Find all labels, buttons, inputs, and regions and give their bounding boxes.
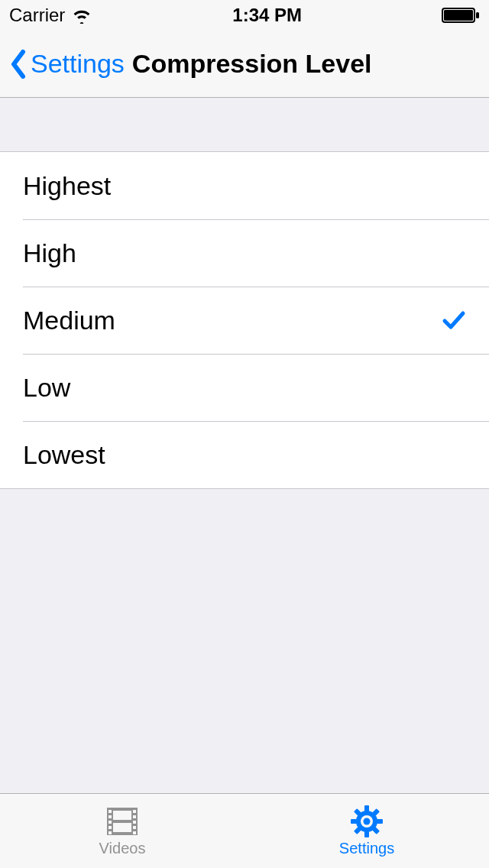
checkmark-icon (442, 309, 466, 331)
svg-rect-19 (377, 819, 383, 824)
svg-rect-11 (133, 810, 136, 813)
svg-rect-4 (113, 811, 131, 820)
page-title: Compression Level (132, 49, 372, 79)
option-label: Medium (23, 306, 115, 335)
svg-rect-15 (133, 831, 136, 834)
tab-label: Videos (99, 840, 146, 857)
wifi-icon (71, 7, 92, 24)
option-label: Low (23, 373, 70, 403)
option-label: Lowest (23, 440, 105, 470)
svg-rect-12 (133, 815, 136, 818)
option-medium[interactable]: Medium (0, 287, 489, 354)
svg-point-26 (364, 818, 371, 825)
content-area: Highest High Medium Low Lowest (0, 98, 489, 793)
option-label: High (23, 238, 76, 268)
film-icon (104, 805, 141, 838)
svg-rect-16 (364, 805, 369, 811)
svg-rect-2 (476, 12, 479, 18)
options-list: Highest High Medium Low Lowest (0, 151, 489, 489)
option-label: Highest (23, 171, 111, 201)
svg-rect-10 (108, 831, 112, 834)
back-label: Settings (31, 49, 125, 79)
back-button[interactable]: Settings (9, 49, 125, 79)
section-spacer (0, 98, 489, 151)
status-bar: Carrier 1:34 PM (0, 0, 489, 31)
battery-icon (442, 7, 480, 24)
navigation-bar: Settings Compression Level (0, 31, 489, 98)
svg-rect-9 (108, 826, 112, 829)
svg-rect-18 (351, 819, 357, 824)
carrier-label: Carrier (9, 5, 65, 26)
option-highest[interactable]: Highest (0, 152, 489, 219)
svg-rect-6 (108, 810, 112, 813)
svg-rect-8 (108, 821, 112, 824)
tab-label: Settings (339, 840, 394, 857)
svg-rect-13 (133, 821, 136, 824)
svg-rect-5 (113, 823, 131, 832)
tab-videos[interactable]: Videos (0, 794, 244, 868)
svg-rect-17 (364, 831, 369, 837)
svg-rect-1 (444, 10, 473, 21)
tab-settings[interactable]: Settings (244, 794, 489, 868)
option-lowest[interactable]: Lowest (0, 421, 489, 488)
svg-rect-14 (133, 826, 136, 829)
clock-label: 1:34 PM (232, 5, 302, 26)
option-high[interactable]: High (0, 219, 489, 287)
gear-icon (348, 805, 385, 838)
option-low[interactable]: Low (0, 354, 489, 421)
chevron-left-icon (9, 49, 28, 79)
tab-bar: Videos Settings (0, 793, 489, 868)
svg-rect-7 (108, 815, 112, 818)
